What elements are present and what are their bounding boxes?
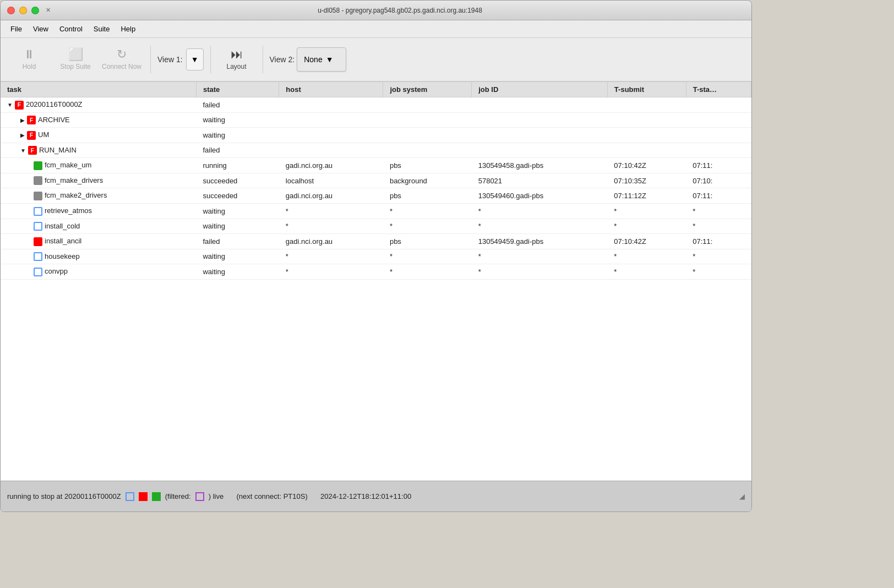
- menu-control[interactable]: Control: [54, 23, 88, 35]
- cell-t_submit: 07:11:12Z: [607, 188, 686, 204]
- status-icon: [34, 237, 42, 246]
- task-name: 20200116T0000Z: [26, 100, 83, 108]
- cell-job_id: [472, 128, 608, 143]
- cell-state: waiting: [196, 203, 279, 219]
- connect-now-icon: ↻: [117, 48, 127, 61]
- cell-t_start: *: [686, 203, 751, 219]
- cell-state: waiting: [196, 112, 279, 128]
- close-button[interactable]: [7, 7, 15, 14]
- task-name: ARCHIVE: [38, 116, 70, 124]
- cell-job_id: 130549459.gadi-pbs: [472, 234, 608, 249]
- expand-arrow[interactable]: ▼: [7, 102, 13, 108]
- view2-container: View 2: None ▼: [270, 47, 347, 72]
- cell-t_start: 07:11:: [686, 234, 751, 249]
- status-icon: F: [27, 131, 36, 140]
- cell-job_system: pbs: [383, 234, 472, 249]
- menu-file[interactable]: File: [5, 23, 28, 35]
- task-table: task state host job system job ID T-subm…: [1, 82, 751, 280]
- stop-suite-icon: ⬜: [68, 48, 83, 61]
- status-icon-waiting: [126, 492, 134, 501]
- cell-host: *: [279, 264, 383, 280]
- status-icon: [34, 161, 42, 170]
- cell-t_submit: [607, 97, 686, 113]
- cell-job_system: *: [383, 203, 472, 219]
- cell-job_system: [383, 112, 472, 128]
- table-row[interactable]: ▶FUMwaiting: [1, 128, 751, 143]
- table-row[interactable]: ▼F20200116T0000Zfailed: [1, 97, 751, 113]
- task-name: retrieve_atmos: [45, 206, 92, 215]
- task-name: fcm_make_drivers: [45, 176, 103, 184]
- view2-label: View 2:: [270, 55, 295, 64]
- table-row[interactable]: fcm_make_umrunninggadi.nci.org.aupbs1305…: [1, 158, 751, 173]
- cell-host: [279, 128, 383, 143]
- cell-host: *: [279, 203, 383, 219]
- view1-dropdown-arrow: ▼: [191, 55, 199, 64]
- cell-state: failed: [196, 97, 279, 113]
- main-window: ✕ u-dl058 - pgregory.pag548.gb02.ps.gadi…: [0, 0, 752, 512]
- cell-state: failed: [196, 143, 279, 158]
- expand-arrow[interactable]: ▼: [20, 148, 26, 154]
- table-row[interactable]: install_coldwaiting*****: [1, 219, 751, 234]
- minimize-button[interactable]: [19, 7, 27, 14]
- view2-dropdown-arrow: ▼: [326, 55, 334, 64]
- view1-selector[interactable]: ▼: [186, 48, 204, 70]
- cell-t_submit: 07:10:35Z: [607, 173, 686, 188]
- traffic-lights: [7, 7, 39, 14]
- hold-button[interactable]: ⏸ Hold: [7, 41, 51, 78]
- menu-suite[interactable]: Suite: [88, 23, 116, 35]
- resize-handle[interactable]: ◢: [739, 492, 745, 500]
- table-row[interactable]: convppwaiting*****: [1, 264, 751, 280]
- view2-selector[interactable]: None ▼: [297, 47, 346, 72]
- cell-state: waiting: [196, 249, 279, 264]
- status-timestamp: 2024-12-12T18:12:01+11:00: [320, 492, 411, 500]
- connect-now-button[interactable]: ↻ Connect Now: [100, 41, 144, 78]
- stop-suite-button[interactable]: ⬜ Stop Suite: [53, 41, 97, 78]
- window-title: u-dl058 - pgregory.pag548.gb02.ps.gadi.n…: [55, 7, 745, 14]
- cell-host: *: [279, 219, 383, 234]
- statusbar: running to stop at 20200116T0000Z (filte…: [1, 481, 751, 511]
- menu-view[interactable]: View: [28, 23, 54, 35]
- table-row[interactable]: fcm_make_driverssucceededlocalhostbackgr…: [1, 173, 751, 188]
- hold-label: Hold: [23, 63, 36, 70]
- table-header-row: task state host job system job ID T-subm…: [1, 82, 751, 97]
- toolbar-separator-1: [150, 46, 151, 73]
- cell-t_start: 07:10:: [686, 173, 751, 188]
- view2-none-label: None: [304, 55, 322, 64]
- table-row[interactable]: fcm_make2_driverssucceededgadi.nci.org.a…: [1, 188, 751, 204]
- status-icon: [34, 222, 42, 231]
- expand-arrow[interactable]: ▶: [20, 132, 25, 138]
- cell-t_submit: *: [607, 219, 686, 234]
- cell-job_id: *: [472, 249, 608, 264]
- cell-job_id: 130549458.gadi-pbs: [472, 158, 608, 173]
- task-name: install_ancil: [45, 237, 81, 245]
- table-row[interactable]: ▶FARCHIVEwaiting: [1, 112, 751, 128]
- table-row[interactable]: housekeepwaiting*****: [1, 249, 751, 264]
- table-row[interactable]: retrieve_atmoswaiting*****: [1, 203, 751, 219]
- col-header-job-id: job ID: [472, 82, 608, 97]
- table-row[interactable]: install_ancilfailedgadi.nci.org.aupbs130…: [1, 234, 751, 249]
- cell-t_start: [686, 128, 751, 143]
- menu-help[interactable]: Help: [115, 23, 141, 35]
- cell-job_id: 578021: [472, 173, 608, 188]
- menubar: File View Control Suite Help: [1, 20, 751, 38]
- table-row[interactable]: ▼FRUN_MAINfailed: [1, 143, 751, 158]
- hold-icon: ⏸: [23, 48, 35, 61]
- cell-t_start: *: [686, 249, 751, 264]
- layout-icon: ⏭: [231, 48, 243, 61]
- cell-job_id: [472, 143, 608, 158]
- cell-job_id: [472, 112, 608, 128]
- cell-job_system: *: [383, 264, 472, 280]
- connect-now-label: Connect Now: [102, 63, 141, 70]
- cell-t_start: 07:11:: [686, 158, 751, 173]
- cell-t_submit: [607, 112, 686, 128]
- layout-button[interactable]: ⏭ Layout: [217, 41, 256, 78]
- maximize-button[interactable]: [31, 7, 39, 14]
- cell-state: waiting: [196, 219, 279, 234]
- cell-host: localhost: [279, 173, 383, 188]
- task-table-container: task state host job system job ID T-subm…: [1, 82, 751, 481]
- col-header-t-submit: T-submit: [607, 82, 686, 97]
- expand-arrow[interactable]: ▶: [20, 117, 25, 123]
- cell-state: failed: [196, 234, 279, 249]
- col-header-host: host: [279, 82, 383, 97]
- cell-job_system: pbs: [383, 158, 472, 173]
